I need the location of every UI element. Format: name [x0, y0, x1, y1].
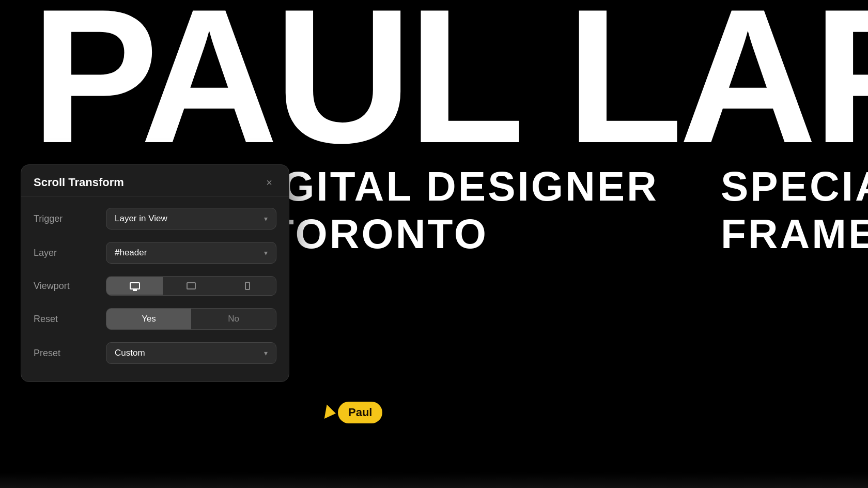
hero-subtitle-right: SPECIA FRAMER & — [721, 163, 868, 258]
reset-row: Reset Yes No — [34, 303, 276, 335]
reset-control: Yes No — [106, 308, 276, 330]
viewport-row: Viewport — [34, 271, 276, 301]
preset-value: Custom — [115, 348, 145, 358]
hero-subtitle-left-line1: IGITAL DESIGNER — [269, 163, 659, 210]
trigger-value: Layer in View — [115, 213, 167, 224]
preset-label: Preset — [34, 348, 96, 359]
layer-dropdown[interactable]: #header ▾ — [106, 242, 276, 264]
reset-toggle: Yes No — [106, 308, 276, 330]
layer-label: Layer — [34, 248, 96, 258]
viewport-desktop-button[interactable] — [106, 277, 163, 295]
viewport-mobile-button[interactable] — [220, 277, 276, 295]
reset-label: Reset — [34, 314, 96, 325]
panel-header: Scroll Transform × — [21, 165, 289, 196]
cursor-arrow-icon — [324, 404, 337, 420]
cursor-badge: Paul — [326, 402, 382, 423]
viewport-control — [106, 276, 276, 296]
scroll-transform-panel: Scroll Transform × Trigger Layer in View… — [21, 164, 289, 382]
reset-yes-button[interactable]: Yes — [106, 309, 191, 329]
layer-control: #header ▾ — [106, 242, 276, 264]
desktop-icon — [130, 282, 140, 289]
cursor-label: Paul — [338, 402, 382, 423]
panel-title: Scroll Transform — [34, 176, 124, 189]
chevron-down-icon: ▾ — [264, 349, 268, 357]
layer-row: Layer #header ▾ — [34, 237, 276, 269]
close-button[interactable]: × — [262, 175, 276, 190]
preset-control: Custom ▾ — [106, 342, 276, 364]
tablet-icon — [187, 282, 196, 289]
layer-value: #header — [115, 248, 147, 258]
preset-dropdown[interactable]: Custom ▾ — [106, 342, 276, 364]
hero-subtitle-right-line2: FRAMER & — [721, 210, 868, 258]
trigger-control: Layer in View ▾ — [106, 208, 276, 230]
trigger-dropdown[interactable]: Layer in View ▾ — [106, 208, 276, 230]
hero-subtitle-left: IGITAL DESIGNER TORONTO — [269, 163, 659, 258]
preset-row: Preset Custom ▾ — [34, 337, 276, 369]
viewport-tablet-button[interactable] — [163, 277, 219, 295]
chevron-down-icon: ▾ — [264, 215, 268, 223]
viewport-label: Viewport — [34, 281, 96, 292]
panel-body: Trigger Layer in View ▾ Layer #header ▾ … — [21, 196, 289, 369]
trigger-label: Trigger — [34, 213, 96, 224]
trigger-row: Trigger Layer in View ▾ — [34, 203, 276, 235]
mobile-icon — [245, 282, 250, 290]
viewport-toggle — [106, 276, 276, 296]
hero-subtitle-right-line1: SPECIA — [721, 163, 868, 210]
chevron-down-icon: ▾ — [264, 249, 268, 257]
hero-subtitle-left-line2: TORONTO — [269, 210, 659, 258]
hero-line1: PAUL LAP — [0, 0, 868, 158]
reset-no-button[interactable]: No — [191, 309, 276, 329]
